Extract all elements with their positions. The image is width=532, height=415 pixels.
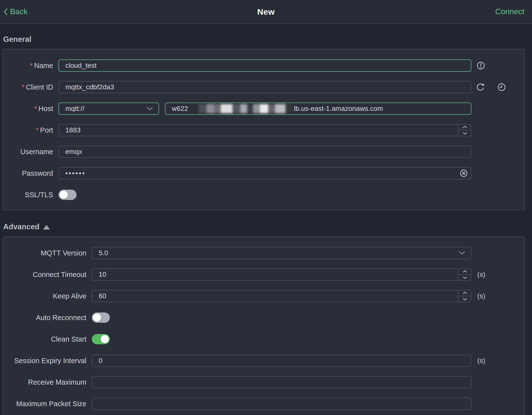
- maximum-packet-size-row: Maximum Packet Size: [3, 398, 524, 410]
- username-row: Username: [3, 146, 524, 158]
- maximum-packet-size-label: Maximum Packet Size: [3, 400, 86, 408]
- advanced-section-toggle[interactable]: Advanced: [3, 210, 525, 236]
- ssl-tls-toggle[interactable]: [58, 190, 77, 200]
- mqtt-version-label: MQTT Version: [3, 249, 86, 257]
- username-input[interactable]: [58, 146, 471, 158]
- spin-up-button[interactable]: [458, 268, 471, 275]
- port-spinner: [458, 124, 471, 136]
- clean-start-label: Clean Start: [3, 335, 86, 343]
- clean-start-toggle[interactable]: [92, 334, 110, 344]
- toggle-knob: [101, 335, 109, 343]
- password-row: Password ••••••: [3, 167, 524, 179]
- keep-alive-input[interactable]: [92, 290, 471, 302]
- toggle-knob: [59, 191, 68, 199]
- password-masked-value: ••••••: [65, 169, 86, 177]
- receive-maximum-input[interactable]: [92, 376, 471, 388]
- chevron-down-icon: [459, 251, 465, 255]
- protocol-value: mqtt://: [65, 105, 84, 113]
- host-value-suffix: lb.us-east-1.amazonaws.com: [294, 105, 383, 113]
- mqtt-version-select[interactable]: 5.0: [92, 247, 471, 259]
- spin-down-button[interactable]: [458, 296, 471, 302]
- username-label: Username: [3, 148, 53, 156]
- session-expiry-row: Session Expiry Interval (s): [3, 355, 524, 367]
- seconds-unit: (s): [477, 292, 485, 300]
- refresh-client-id-icon[interactable]: [475, 82, 485, 92]
- required-marker: *: [30, 62, 33, 69]
- auto-reconnect-label: Auto Reconnect: [3, 314, 86, 322]
- general-panel: *Name *Client ID *Host: [3, 49, 525, 210]
- password-label: Password: [3, 169, 53, 177]
- clean-start-row: Clean Start: [3, 333, 524, 345]
- connect-timeout-label: Connect Timeout: [3, 271, 86, 279]
- name-row: *Name: [3, 59, 524, 72]
- host-row: *Host mqtt:// w622 lb.us-east-1.amazonaw…: [3, 103, 524, 115]
- back-button[interactable]: Back: [3, 7, 27, 16]
- warning-circle-icon: [476, 61, 486, 70]
- ssl-tls-row: SSL/TLS: [3, 189, 524, 201]
- page-title: New: [257, 7, 275, 16]
- connect-timeout-row: Connect Timeout (s): [3, 268, 524, 281]
- port-label: Port: [40, 126, 53, 134]
- client-id-label: Client ID: [26, 83, 53, 91]
- mqtt-version-row: MQTT Version 5.0: [3, 247, 524, 259]
- maximum-packet-size-input[interactable]: [92, 398, 471, 410]
- history-clock-icon[interactable]: [497, 82, 507, 92]
- toggle-knob: [93, 313, 101, 322]
- chevron-left-icon: [3, 8, 8, 16]
- protocol-select[interactable]: mqtt://: [58, 103, 159, 115]
- top-bar: Back New Connect: [0, 0, 532, 24]
- client-id-row: *Client ID: [3, 81, 524, 93]
- name-input[interactable]: [58, 59, 471, 72]
- keep-alive-row: Keep Alive (s): [3, 290, 524, 302]
- redacted-host-segment: [190, 104, 292, 113]
- collapse-arrow-icon: [43, 225, 50, 230]
- clear-password-icon[interactable]: [459, 169, 468, 178]
- advanced-panel: MQTT Version 5.0 Connect Timeout: [3, 236, 525, 415]
- seconds-unit: (s): [477, 357, 485, 365]
- spin-down-button[interactable]: [458, 275, 471, 281]
- general-section-title: General: [3, 24, 525, 49]
- receive-maximum-label: Receive Maximum: [3, 378, 86, 386]
- keep-alive-spinner: [458, 290, 471, 302]
- auto-reconnect-row: Auto Reconnect: [3, 311, 524, 324]
- spin-down-button[interactable]: [458, 130, 471, 136]
- name-label: Name: [34, 62, 53, 69]
- keep-alive-label: Keep Alive: [3, 292, 86, 300]
- port-input[interactable]: [58, 124, 471, 136]
- chevron-down-icon: [147, 107, 153, 111]
- connect-timeout-spinner: [458, 268, 471, 281]
- password-input[interactable]: ••••••: [58, 167, 471, 179]
- receive-maximum-row: Receive Maximum: [3, 376, 524, 388]
- connect-timeout-input[interactable]: [92, 268, 471, 281]
- host-value-prefix: w622: [172, 105, 188, 113]
- back-label: Back: [10, 7, 27, 16]
- seconds-unit: (s): [477, 271, 485, 278]
- session-expiry-input[interactable]: [92, 355, 471, 367]
- mqtt-version-value: 5.0: [99, 249, 108, 257]
- spin-up-button[interactable]: [458, 290, 471, 296]
- client-id-input[interactable]: [58, 81, 471, 93]
- spin-up-button[interactable]: [458, 124, 471, 130]
- auto-reconnect-toggle[interactable]: [92, 312, 110, 323]
- connect-button[interactable]: Connect: [495, 7, 524, 16]
- port-row: *Port: [3, 124, 524, 136]
- host-input[interactable]: w622 lb.us-east-1.amazonaws.com: [165, 103, 471, 115]
- ssl-tls-label: SSL/TLS: [3, 191, 53, 199]
- form-content: General *Name *Client ID: [0, 24, 532, 415]
- session-expiry-label: Session Expiry Interval: [3, 357, 86, 365]
- host-label: Host: [38, 105, 53, 113]
